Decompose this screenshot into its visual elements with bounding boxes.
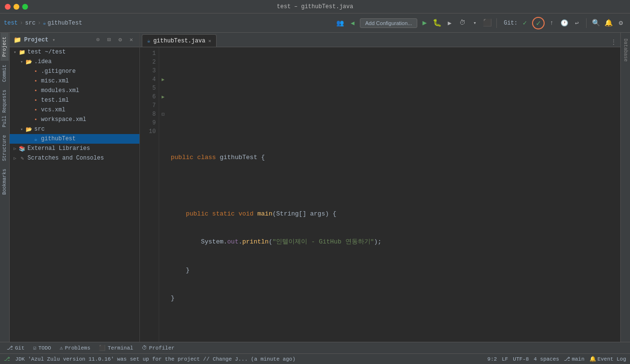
code-editor[interactable]: 1 2 3 4 5 6 7 8 9 10 ▶	[140, 47, 620, 342]
code-line-4: public class githubTest {	[171, 153, 616, 162]
expand-arrow-libs[interactable]: ▷	[12, 145, 18, 152]
status-message-text[interactable]: JDK 'Azul Zulu version 11.0.16' was set …	[15, 356, 296, 362]
stop-icon[interactable]: ⬛	[482, 18, 493, 28]
expand-arrow[interactable]: ▾	[12, 49, 18, 55]
code-line-1	[171, 68, 616, 78]
close-button[interactable]	[5, 4, 11, 10]
xml-file-icon-2: ▪	[32, 77, 40, 85]
status-notifications[interactable]: 🔔 Event Log	[589, 356, 626, 362]
minimize-button[interactable]	[14, 4, 19, 10]
profiler-clock-icon: ⏱	[142, 345, 147, 351]
right-sidebar: Database	[620, 33, 630, 342]
tree-label-src: src	[34, 126, 45, 133]
tree-item-idea[interactable]: ▾ 📂 .idea	[10, 57, 139, 67]
tree-item-vcs-xml[interactable]: ▷ ▪ vcs.xml	[10, 105, 139, 115]
tree-item-misc-xml[interactable]: ▷ ▪ misc.xml	[10, 76, 139, 86]
tree-item-test-iml[interactable]: ▷ ▪ test.iml	[10, 95, 139, 105]
terminal-prompt-icon: ⬛	[99, 345, 106, 351]
close-panel-icon[interactable]: ✕	[127, 36, 136, 44]
tree-item-modules-xml[interactable]: ▷ ▪ modules.xml	[10, 86, 139, 95]
code-content-area[interactable]: public class githubTest { public static …	[167, 47, 620, 342]
line-num-1: 1	[140, 49, 156, 58]
debug-icon[interactable]: 🐛	[432, 18, 442, 28]
fold-bracket-8[interactable]: ⊡	[159, 110, 167, 119]
traffic-lights[interactable]	[5, 4, 28, 10]
run-icon[interactable]: ▶	[419, 18, 430, 28]
tree-item-external-libs[interactable]: ▷ 📚 External Libraries	[10, 144, 139, 153]
tab-git[interactable]: ⎇ Git	[3, 344, 28, 352]
tree-item-githubtest[interactable]: ▷ ☕ githubTest	[10, 134, 139, 144]
profile-icon[interactable]: ⏱	[457, 18, 467, 28]
breadcrumb-test[interactable]: test	[4, 20, 18, 27]
tree-item-gitignore[interactable]: ▷ ▪ .gitignore	[10, 67, 139, 76]
project-dropdown-arrow[interactable]: ▾	[52, 37, 55, 43]
code-line-2	[171, 96, 616, 106]
tree-label-test-iml: test.iml	[41, 97, 69, 104]
expand-arrow-scratches[interactable]: ▷	[12, 155, 18, 162]
locate-file-icon[interactable]: ⊙	[94, 36, 102, 44]
nav-back-icon[interactable]: ◀	[347, 18, 358, 28]
tab-githubtest[interactable]: ☕ githubTest.java ✕	[142, 34, 217, 47]
collapse-all-icon[interactable]: ⊟	[105, 36, 113, 44]
history-icon[interactable]: 🕐	[559, 18, 570, 28]
line-numbers: 1 2 3 4 5 6 7 8 9 10	[140, 47, 159, 342]
tab-git-label: Git	[15, 345, 25, 351]
code-line-6: public static void main(String[] args) {	[171, 209, 616, 219]
status-right: 9:2 LF UTF-8 4 spaces ⎇ main 🔔 Event Log	[487, 356, 626, 362]
add-configuration-button[interactable]: Add Configuration...	[360, 18, 417, 28]
breadcrumb-src[interactable]: src	[25, 20, 36, 27]
expand-arrow-src[interactable]: ▾	[18, 126, 25, 133]
git-check-icon[interactable]: ✓	[520, 18, 530, 28]
search-icon[interactable]: 🔍	[590, 18, 601, 28]
coverage-icon[interactable]: ▶	[444, 18, 455, 28]
separator-1	[496, 18, 497, 28]
expand-arrow[interactable]: ▾	[18, 58, 25, 65]
status-branch[interactable]: ⎇ main	[564, 356, 584, 362]
status-line-ending[interactable]: LF	[502, 356, 508, 362]
tree-label-test: test ~/test	[27, 49, 66, 55]
bottom-tabs: ⎇ Git ☑ TODO ⚠ Problems ⬛ Terminal ⏱ Pro…	[0, 342, 630, 353]
database-label[interactable]: Database	[623, 37, 628, 64]
tab-profiler-label: Profiler	[149, 345, 175, 351]
line-num-3: 3	[140, 67, 156, 75]
panel-options-icon[interactable]: ⚙	[116, 36, 124, 44]
status-cursor[interactable]: 9:2	[487, 356, 497, 362]
tree-item-src[interactable]: ▾ 📂 src	[10, 124, 139, 134]
notifications-icon[interactable]: 🔔	[603, 18, 614, 28]
java-class-icon: ☕	[32, 135, 40, 143]
sidebar-item-commit[interactable]: Commit	[0, 61, 9, 86]
tab-overflow-icon[interactable]: ⋮	[609, 37, 618, 47]
status-charset[interactable]: UTF-8	[513, 356, 529, 362]
sidebar-item-bookmarks[interactable]: Bookmarks	[0, 165, 9, 199]
fold-arrow-6[interactable]: ▶	[159, 93, 167, 101]
panel-toolbar: ⊙ ⊟ ⚙ ✕	[94, 36, 136, 44]
tab-profiler[interactable]: ⏱ Profiler	[138, 344, 178, 352]
settings-icon[interactable]: ⚙	[616, 18, 626, 28]
xml-file-icon-4: ▪	[32, 106, 40, 114]
git-label: Git:	[504, 20, 518, 27]
sidebar-item-project[interactable]: Project	[0, 33, 9, 61]
fold-arrow-4[interactable]: ▶	[159, 75, 167, 84]
tab-problems[interactable]: ⚠ Problems	[56, 344, 94, 352]
tree-label-idea: .idea	[34, 58, 52, 65]
tab-terminal[interactable]: ⬛ Terminal	[95, 344, 137, 352]
tree-item-workspace-xml[interactable]: ▷ ▪ workspace.xml	[10, 115, 139, 124]
sidebar-item-structure[interactable]: Structure	[0, 131, 9, 165]
project-panel: 📁 Project ▾ ⊙ ⊟ ⚙ ✕ ▾ 📁 test ~/test	[10, 33, 140, 342]
line-num-7: 7	[140, 101, 156, 110]
content-row: Project Commit Pull Requests Structure B…	[0, 33, 630, 342]
status-indent[interactable]: 4 spaces	[534, 356, 559, 362]
tab-label: githubTest.java	[153, 38, 205, 44]
rollback-icon[interactable]: ↩	[572, 18, 582, 28]
push-icon[interactable]: ↑	[547, 18, 557, 28]
people-icon[interactable]: 👥	[335, 18, 345, 28]
sidebar-item-pull-requests[interactable]: Pull Requests	[0, 86, 9, 131]
line-num-10: 10	[140, 127, 156, 136]
more-run-icon[interactable]: ▾	[469, 18, 480, 28]
commit-button-highlighted[interactable]: ✓	[532, 17, 545, 29]
tree-item-test[interactable]: ▾ 📁 test ~/test	[10, 47, 139, 57]
tab-close-icon[interactable]: ✕	[208, 38, 211, 44]
tree-item-scratches[interactable]: ▷ ✎ Scratches and Consoles	[10, 153, 139, 163]
tab-todo[interactable]: ☑ TODO	[29, 344, 55, 352]
maximize-button[interactable]	[22, 4, 28, 10]
